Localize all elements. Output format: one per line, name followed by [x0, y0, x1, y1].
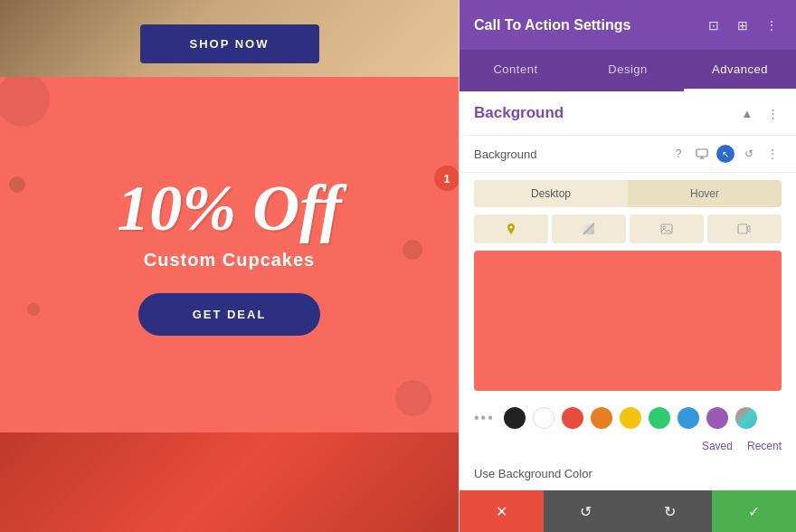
settings-panel: Call To Action Settings ⊡ ⊞ ⋮ Content De…	[459, 0, 796, 532]
expand-icon[interactable]: ⊞	[733, 15, 753, 35]
swatch-black[interactable]	[504, 407, 526, 429]
get-deal-button[interactable]: GET DEAL	[138, 293, 321, 336]
swatch-green[interactable]	[649, 407, 670, 429]
type-tabs	[474, 214, 782, 243]
svg-rect-0	[696, 149, 707, 157]
bottom-toolbar: ✕ ↺ ↻ ✓	[460, 490, 796, 532]
background-section: Background ▲ ⋮ Background ?	[460, 91, 796, 489]
background-row-icons: ? ↖ ↺ ⋮	[669, 145, 782, 163]
tabs-bar: Content Design Advanced	[460, 50, 796, 91]
svg-point-1	[510, 226, 513, 229]
shop-now-button[interactable]: SHOP NOW	[140, 24, 319, 63]
background-row: Background ? ↖ ↺ ⋮	[460, 136, 796, 173]
preview-panel: SHOP NOW 10% Off Custom Cupcakes GET DEA…	[0, 0, 459, 532]
type-tab-gradient[interactable]	[552, 214, 626, 243]
close-button[interactable]: ✕	[460, 490, 544, 532]
swatch-gradient[interactable]	[735, 407, 757, 429]
decor-dot-1	[9, 176, 25, 193]
swatch-blue[interactable]	[678, 407, 699, 429]
svg-rect-6	[738, 224, 747, 233]
row-menu-icon[interactable]: ⋮	[763, 145, 782, 163]
subtitle-text: Custom Cupcakes	[144, 250, 316, 271]
color-swatches: •••	[460, 398, 796, 438]
discount-text: 10% Off	[117, 176, 342, 241]
tab-content[interactable]: Content	[460, 50, 572, 91]
tab-design[interactable]: Design	[572, 50, 684, 91]
saved-button[interactable]: Saved	[702, 440, 733, 452]
undo-icon[interactable]: ↺	[740, 145, 758, 163]
swatch-dots[interactable]: •••	[474, 410, 495, 426]
settings-title: Call To Action Settings	[474, 17, 630, 33]
type-tab-video[interactable]	[707, 214, 782, 243]
settings-content: Background ▲ ⋮ Background ?	[460, 91, 796, 490]
background-section-header: Background ▲ ⋮	[460, 91, 796, 136]
collapse-icon[interactable]: ▲	[738, 104, 756, 122]
preview-bottom-bg	[0, 432, 459, 532]
header-icons: ⊡ ⊞ ⋮	[704, 15, 782, 35]
hover-tab[interactable]: Hover	[628, 180, 782, 207]
reset-button[interactable]: ↺	[544, 490, 628, 532]
step-badge-1: 1	[434, 166, 459, 191]
tab-advanced[interactable]: Advanced	[684, 50, 796, 91]
device-icon[interactable]	[693, 145, 711, 163]
background-section-title: Background	[474, 104, 564, 122]
settings-header: Call To Action Settings ⊡ ⊞ ⋮	[460, 0, 796, 50]
swatch-orange[interactable]	[591, 407, 612, 429]
desktop-tab[interactable]: Desktop	[474, 180, 628, 207]
saved-recent-row: Saved Recent	[460, 438, 796, 460]
swatch-yellow[interactable]	[620, 407, 641, 429]
type-tab-image[interactable]	[630, 214, 704, 243]
decor-dot-2	[403, 240, 422, 260]
redo-button[interactable]: ↻	[628, 490, 712, 532]
background-section-controls: ▲ ⋮	[738, 104, 782, 122]
red-section: 10% Off Custom Cupcakes GET DEAL	[0, 77, 459, 434]
help-icon[interactable]: ?	[669, 145, 687, 163]
decor-dot-3	[27, 303, 40, 316]
svg-point-5	[663, 226, 666, 229]
minimize-icon[interactable]: ⊡	[704, 15, 724, 35]
save-button[interactable]: ✓	[712, 490, 796, 532]
section-menu-icon[interactable]: ⋮	[763, 104, 782, 122]
background-label: Background	[474, 147, 662, 161]
device-hover-tabs: Desktop Hover	[474, 180, 782, 207]
header-menu-icon[interactable]: ⋮	[762, 15, 782, 35]
recent-button[interactable]: Recent	[747, 440, 782, 452]
swatch-purple[interactable]	[706, 407, 728, 429]
swatch-white[interactable]	[533, 407, 554, 429]
swatch-red[interactable]	[562, 407, 583, 429]
use-background-color-label: Use Background Color	[460, 460, 796, 489]
type-tab-color[interactable]	[474, 214, 548, 243]
color-preview-box[interactable]	[474, 251, 782, 391]
pointer-icon[interactable]: ↖	[716, 145, 734, 163]
